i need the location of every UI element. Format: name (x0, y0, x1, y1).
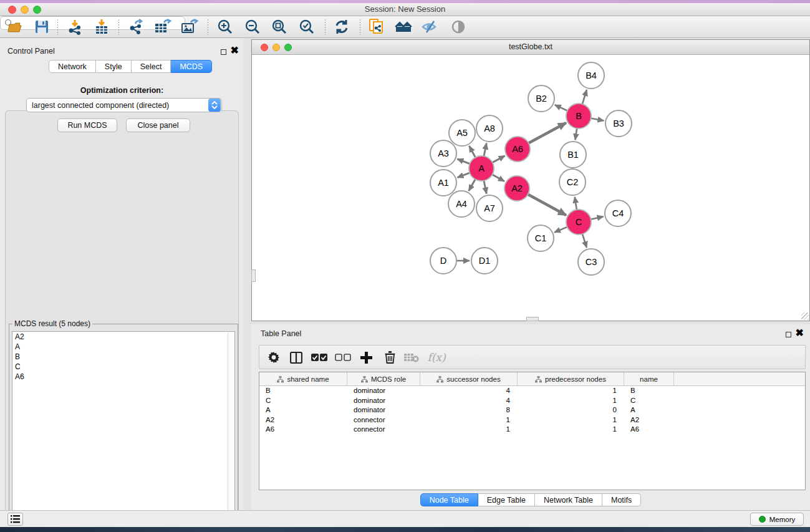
network-vertical-scrollbar[interactable] (251, 269, 256, 282)
zoom-selected-icon[interactable] (295, 17, 319, 36)
net-maximize-icon[interactable] (284, 44, 292, 51)
node-B[interactable]: B (566, 104, 591, 128)
column-header-predecessor-nodes[interactable]: predecessor nodes (518, 372, 624, 386)
zoom-fit-icon[interactable] (268, 17, 291, 36)
zoom-in-icon[interactable] (213, 17, 237, 36)
show-details-icon[interactable] (446, 17, 470, 36)
node-C1[interactable]: C1 (528, 225, 554, 251)
node-A7[interactable]: A7 (476, 195, 503, 221)
show-all-icon[interactable] (392, 17, 415, 36)
maximize-window-icon[interactable] (33, 6, 41, 14)
delete-table-icon[interactable] (402, 349, 421, 365)
table-cell[interactable]: 4 (420, 386, 518, 396)
tab-edge-table[interactable]: Edge Table (478, 493, 535, 506)
add-column-icon[interactable] (357, 349, 375, 365)
table-cell[interactable]: connector (347, 425, 420, 435)
function-builder-icon[interactable]: f(x) (424, 349, 449, 365)
net-close-icon[interactable] (261, 44, 268, 51)
table-cell[interactable]: dominator (347, 386, 420, 396)
table-cell[interactable]: 8 (420, 405, 518, 415)
tab-node-table[interactable]: Node Table (420, 493, 478, 506)
node-C2[interactable]: C2 (559, 169, 586, 195)
mcds-result-item[interactable]: A2 (12, 332, 228, 342)
table-float-panel-icon[interactable] (786, 329, 791, 340)
node-A6[interactable]: A6 (505, 137, 530, 162)
column-header-shared-name[interactable]: shared name (259, 372, 347, 386)
table-cell[interactable]: C (624, 396, 674, 406)
network-graph-canvas[interactable]: B4B2BB3A8A5A6A3B1AA1C2A2A4A7C4CC1DD1C3 (252, 55, 809, 321)
optimization-criterion-dropdown[interactable]: largest connected component (directed) (26, 98, 222, 112)
deselect-all-icon[interactable] (334, 349, 352, 365)
table-cell[interactable]: A6 (259, 425, 347, 435)
window-resize-grip[interactable] (801, 312, 809, 320)
table-close-panel-icon[interactable]: ✖ (796, 327, 804, 339)
table-cell[interactable]: connector (347, 415, 420, 425)
mcds-result-item[interactable]: B (12, 352, 228, 362)
tab-mcds[interactable]: MCDS (171, 60, 212, 73)
table-cell[interactable]: C (259, 396, 347, 406)
table-row[interactable]: A6connector11A6 (259, 425, 805, 435)
table-cell[interactable]: 1 (518, 425, 624, 435)
tab-select[interactable]: Select (132, 60, 171, 73)
node-D1[interactable]: D1 (471, 248, 498, 274)
close-panel-button[interactable]: Close panel (126, 118, 190, 132)
node-A8[interactable]: A8 (476, 115, 503, 142)
mcds-result-item[interactable]: A (12, 342, 228, 352)
memory-button[interactable]: Memory (750, 513, 804, 526)
tab-network[interactable]: Network (49, 60, 96, 73)
table-cell[interactable]: 4 (420, 396, 518, 406)
table-cell[interactable]: B (259, 386, 347, 396)
run-mcds-button[interactable]: Run MCDS (57, 118, 117, 132)
table-row[interactable]: Adominator80A (259, 405, 805, 415)
delete-icon[interactable] (380, 349, 399, 365)
table-cell[interactable]: 0 (518, 405, 624, 415)
tab-network-table[interactable]: Network Table (535, 493, 602, 506)
table-cell[interactable]: A6 (624, 425, 674, 435)
net-minimize-icon[interactable] (272, 44, 280, 51)
mcds-list-scrollbar[interactable] (228, 331, 235, 532)
table-cell[interactable]: dominator (347, 405, 420, 415)
hide-details-icon[interactable] (418, 17, 442, 36)
column-header-MCDS-role[interactable]: MCDS role (347, 372, 420, 386)
mcds-result-item[interactable]: A6 (12, 372, 228, 382)
table-cell[interactable]: A (624, 405, 674, 415)
node-A4[interactable]: A4 (448, 191, 475, 217)
column-header-successor-nodes[interactable]: successor nodes (420, 372, 518, 386)
toggle-panes-icon[interactable] (287, 349, 306, 365)
table-row[interactable]: Cdominator41C (259, 396, 805, 406)
table-cell[interactable]: 1 (518, 396, 624, 406)
open-file-icon[interactable] (4, 17, 27, 36)
mcds-result-item[interactable]: C (12, 362, 228, 372)
node-A3[interactable]: A3 (430, 140, 456, 167)
export-table-icon[interactable] (151, 17, 175, 36)
node-A1[interactable]: A1 (430, 170, 456, 196)
table-cell[interactable]: dominator (347, 396, 420, 406)
node-B4[interactable]: B4 (578, 62, 604, 89)
close-window-icon[interactable] (8, 6, 16, 14)
network-horizontal-scrollbar[interactable] (526, 317, 539, 321)
settings-gear-icon[interactable] (264, 349, 283, 365)
select-all-icon[interactable] (310, 349, 329, 365)
table-cell[interactable]: 1 (518, 415, 624, 425)
export-image-icon[interactable] (178, 17, 201, 36)
task-history-icon[interactable] (7, 513, 23, 526)
minimize-window-icon[interactable] (21, 6, 29, 14)
tab-style[interactable]: Style (96, 60, 132, 73)
first-neighbors-icon[interactable] (365, 17, 388, 36)
export-network-icon[interactable] (124, 17, 148, 36)
node-B2[interactable]: B2 (528, 85, 554, 112)
close-panel-icon[interactable]: ✖ (231, 44, 239, 56)
table-cell[interactable]: B (624, 386, 674, 396)
node-B3[interactable]: B3 (605, 110, 632, 137)
node-A5[interactable]: A5 (449, 120, 475, 146)
table-cell[interactable]: 1 (420, 415, 518, 425)
table-cell[interactable]: 1 (420, 425, 518, 435)
node-B1[interactable]: B1 (560, 142, 586, 168)
import-network-icon[interactable] (63, 17, 87, 36)
tab-motifs[interactable]: Motifs (602, 493, 641, 506)
node-D[interactable]: D (430, 248, 456, 274)
node-C3[interactable]: C3 (578, 249, 604, 275)
column-header-name[interactable]: name (624, 372, 674, 386)
import-table-icon[interactable] (90, 17, 113, 36)
node-C4[interactable]: C4 (605, 200, 631, 226)
